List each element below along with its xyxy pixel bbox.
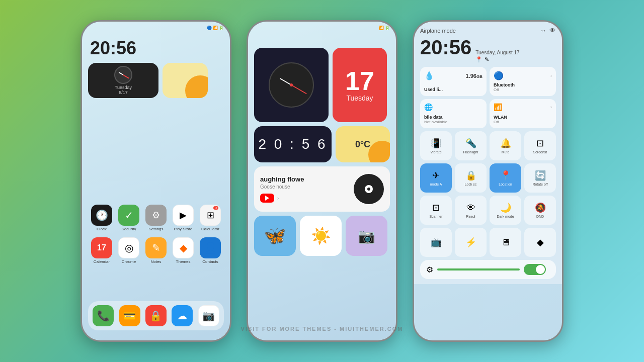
p2-center-dot: [290, 83, 293, 86]
vibrate-btn[interactable]: 📳 Vibrate: [420, 131, 452, 160]
app-row-1: 🕐 Clock ✓ Security ⚙ Settings ▶ Play Sto…: [88, 205, 224, 231]
weather-sun-circle: [368, 141, 390, 162]
screen-icon: 🖥: [501, 237, 510, 248]
p2-sticker-app[interactable]: 🦋: [254, 216, 296, 256]
location-label: Location: [499, 183, 512, 186]
battery-btn[interactable]: ⚡: [455, 228, 487, 257]
chrome-icon: ◎: [118, 237, 139, 258]
p2-mid-row: 2 0 : 5 6 0°C: [254, 126, 390, 162]
app-playstore[interactable]: ▶ Play Store: [173, 205, 194, 231]
dock-wallet[interactable]: 💳: [119, 305, 140, 326]
screen-btn[interactable]: 🖥: [490, 228, 521, 257]
wlan-status: Off: [494, 120, 552, 124]
contacts-label: Contacts: [202, 259, 218, 264]
p2-brightness-app[interactable]: ☀️: [300, 216, 342, 256]
disc-center: [365, 185, 373, 193]
reading-icon: 👁: [466, 203, 475, 213]
playstore-label: Play Store: [174, 227, 193, 231]
location-icon: 📍: [475, 56, 482, 63]
power-toggle[interactable]: [524, 264, 546, 275]
theme-btn[interactable]: ◆: [524, 228, 556, 257]
app-clock[interactable]: 🕐 Clock: [91, 205, 112, 231]
security-label: Security: [122, 227, 136, 231]
darkmode-btn[interactable]: 🌙 Dark mode: [490, 196, 521, 225]
contacts-icon: 👤: [200, 237, 221, 258]
screenshot-btn[interactable]: ⊡ Screenst: [524, 131, 556, 160]
app-settings[interactable]: ⚙ Settings: [145, 205, 167, 231]
app-notes[interactable]: ✎ Notes: [145, 237, 167, 264]
p3-wlan-tile[interactable]: 📶 › WLAN Off: [490, 99, 556, 128]
p2-camera-app[interactable]: 📷: [346, 216, 387, 256]
dock-phone[interactable]: 📞: [93, 305, 114, 326]
airplane-btn[interactable]: ✈ mode A: [420, 163, 452, 193]
app-calculator[interactable]: 0 ⊞ Calculator: [200, 205, 221, 231]
p1-clock-widget: Tuesday 8/17: [88, 63, 158, 98]
notes-icon: ✎: [145, 237, 167, 258]
dock-micloud[interactable]: ☁: [172, 305, 193, 326]
wlan-label: WLAN: [494, 115, 552, 120]
theme-icon: ◆: [537, 237, 544, 248]
bt-arrow: ›: [550, 73, 552, 78]
weather-temp: 0°C: [355, 139, 370, 150]
mobiledata-status: Not available: [424, 120, 482, 124]
youtube-button[interactable]: [260, 194, 274, 203]
edit-icon[interactable]: ✎: [485, 56, 489, 63]
settings-icon: ⚙: [145, 205, 167, 226]
youtube-play-icon: [265, 196, 269, 201]
phone-icon: 📞: [93, 305, 114, 326]
settings-link-icon[interactable]: ↔: [540, 27, 546, 34]
mute-btn[interactable]: 🔔 Mute: [490, 131, 521, 160]
bottom-controls-row: ⚙: [420, 260, 556, 279]
app-security[interactable]: ✓ Security: [118, 205, 139, 231]
flashlight-label: Flashlight: [463, 150, 478, 154]
app-contacts[interactable]: 👤 Contacts: [200, 237, 221, 264]
p3-mobiledata-tile[interactable]: 🌐 bile data Not available: [420, 99, 487, 128]
cast-btn[interactable]: 📺: [420, 228, 452, 257]
p2-date-day: Tuesday: [346, 94, 373, 102]
battery-icon: ⚡: [465, 237, 476, 248]
scanner-btn[interactable]: ⊡ Scanner: [420, 196, 452, 225]
p2-weather-widget: 0°C: [336, 126, 390, 162]
yellow-circle: [185, 75, 208, 98]
mute-label: Mute: [502, 150, 510, 154]
notes-label: Notes: [151, 259, 162, 264]
flashlight-icon: 🔦: [465, 138, 476, 149]
airplane-icon: ✈: [432, 170, 440, 181]
clock-icon: 🕐: [91, 205, 112, 226]
p2-top-row: 17 Tuesday: [254, 48, 390, 122]
music-info: aughing flowe Goose house ›: [260, 175, 349, 203]
p2-clock-face: [269, 62, 314, 108]
p2-music-widget: aughing flowe Goose house ›: [254, 166, 390, 212]
data-label: Used li...: [424, 87, 482, 92]
app-calendar[interactable]: 17 Calendar: [91, 237, 112, 264]
rotate-btn[interactable]: 🔄 Rotate off: [524, 163, 556, 193]
p3-bluetooth-tile[interactable]: 🔵 › Bluetooth Off: [490, 67, 556, 96]
location-btn-icon: 📍: [500, 170, 511, 181]
scanner-label: Scanner: [429, 215, 442, 218]
lockscreen-btn[interactable]: 🔒 Lock sc: [455, 163, 487, 193]
dock-camera[interactable]: 📷: [198, 305, 219, 326]
screenshot-label: Screenst: [533, 150, 547, 154]
app-chrome[interactable]: ◎ Chrome: [118, 237, 139, 264]
reading-label: Readi: [466, 215, 475, 218]
rotate-icon: 🔄: [535, 170, 546, 181]
phone-2: 📶 🔋 17 Tuesday: [247, 20, 397, 342]
app-themes[interactable]: ◆ Themes: [173, 237, 194, 264]
brightness-bar[interactable]: [437, 268, 520, 270]
dock-lock[interactable]: 🔒: [145, 305, 167, 326]
p3-data-tile[interactable]: 💧 1.96GB Used li...: [420, 67, 487, 96]
flashlight-btn[interactable]: 🔦 Flashlight: [455, 131, 487, 160]
app-row-2: 17 Calendar ◎ Chrome ✎ Notes ◆ Themes: [88, 237, 224, 264]
location-btn[interactable]: 📍 Location: [490, 163, 521, 193]
disc-inner: [367, 188, 370, 191]
darkmode-label: Dark mode: [497, 215, 514, 218]
lockscreen-label: Lock sc: [465, 183, 477, 186]
p3-top-bar: Airplane mode ↔ 👁: [420, 27, 556, 34]
screenshot-icon: ⊡: [536, 138, 544, 149]
bluetooth-status: Off: [494, 87, 552, 92]
calculator-icon: 0 ⊞: [200, 205, 221, 226]
reading-btn[interactable]: 👁 Readi: [455, 196, 487, 225]
music-controls: ›: [260, 194, 349, 203]
dnd-btn[interactable]: 🔕 DND: [524, 196, 556, 225]
vibrate-icon: 📳: [431, 138, 442, 149]
